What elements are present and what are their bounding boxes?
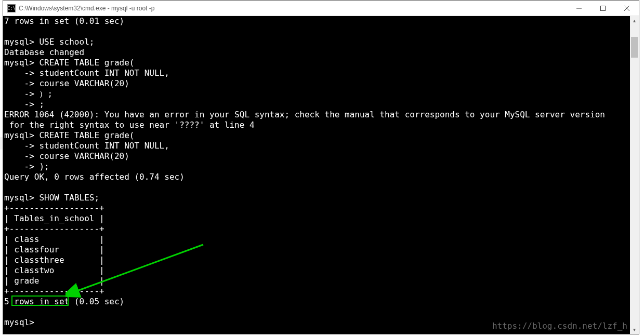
terminal-line: for the right syntax to use near '????' … bbox=[4, 120, 639, 130]
terminal-line: mysql> USE school; bbox=[4, 37, 639, 47]
terminal-line: | classthree | bbox=[4, 255, 639, 265]
terminal-line: Query OK, 0 rows affected (0.74 sec) bbox=[4, 172, 639, 182]
terminal-line: +------------------+ bbox=[4, 286, 639, 297]
terminal-line bbox=[4, 26, 639, 37]
scroll-down-button[interactable]: ▾ bbox=[630, 325, 639, 334]
terminal-line: 5 rows in set (0.05 sec) bbox=[4, 297, 639, 307]
terminal-line: mysql> SHOW TABLES; bbox=[4, 193, 639, 203]
cmd-window: C:\ C:\Windows\system32\cmd.exe - mysql … bbox=[3, 0, 639, 334]
terminal-output[interactable]: 7 rows in set (0.01 sec) mysql> USE scho… bbox=[3, 16, 639, 334]
minimize-button[interactable] bbox=[567, 1, 591, 16]
titlebar[interactable]: C:\ C:\Windows\system32\cmd.exe - mysql … bbox=[3, 1, 639, 16]
svg-rect-1 bbox=[601, 6, 606, 10]
close-button[interactable] bbox=[615, 1, 639, 16]
terminal-line: -> course VARCHAR(20) bbox=[4, 151, 639, 162]
terminal-line bbox=[4, 307, 639, 317]
maximize-button[interactable] bbox=[591, 1, 615, 16]
terminal-line: | classfour | bbox=[4, 245, 639, 255]
terminal-line: +------------------+ bbox=[4, 203, 639, 213]
scroll-up-button[interactable]: ▴ bbox=[630, 16, 639, 25]
terminal-line: | grade | bbox=[4, 276, 639, 286]
terminal-line: Database changed bbox=[4, 47, 639, 58]
window-title: C:\Windows\system32\cmd.exe - mysql -u r… bbox=[19, 5, 154, 12]
terminal-line: -> course VARCHAR(20) bbox=[4, 78, 639, 89]
terminal-line: -> ; bbox=[4, 99, 639, 110]
terminal-line: -> studentCount INT NOT NULL, bbox=[4, 141, 639, 151]
terminal-line: 7 rows in set (0.01 sec) bbox=[4, 16, 639, 26]
window-controls bbox=[567, 1, 639, 16]
terminal-line: mysql> CREATE TABLE grade( bbox=[4, 130, 639, 141]
terminal-line: -> ）; bbox=[4, 89, 639, 99]
terminal-line: -> ); bbox=[4, 162, 639, 172]
terminal-line: | classtwo | bbox=[4, 265, 639, 276]
cmd-icon: C:\ bbox=[7, 4, 16, 12]
terminal-line: ERROR 1064 (42000): You have an error in… bbox=[4, 110, 639, 120]
watermark-text: https://blog.csdn.net/lzf_h bbox=[492, 321, 627, 331]
vertical-scrollbar[interactable]: ▴ ▾ bbox=[630, 16, 639, 334]
terminal-line: | class | bbox=[4, 234, 639, 245]
terminal-line bbox=[4, 182, 639, 193]
terminal-line: | Tables_in_school | bbox=[4, 213, 639, 224]
close-icon bbox=[624, 6, 629, 11]
terminal-line: mysql> CREATE TABLE grade( bbox=[4, 58, 639, 68]
scroll-thumb[interactable] bbox=[631, 37, 638, 58]
terminal-line: -> studentCount INT NOT NULL, bbox=[4, 68, 639, 78]
maximize-icon bbox=[600, 6, 606, 11]
terminal-line: +------------------+ bbox=[4, 224, 639, 234]
minimize-icon bbox=[576, 6, 582, 11]
